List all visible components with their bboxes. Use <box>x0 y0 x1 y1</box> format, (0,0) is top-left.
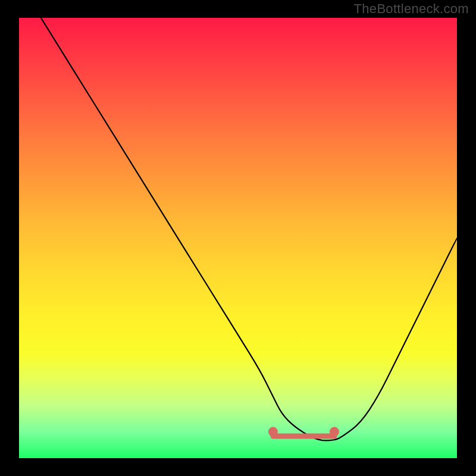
svg-point-1 <box>268 427 278 437</box>
optimal-zone <box>19 18 457 458</box>
plot-area <box>19 18 457 458</box>
svg-point-2 <box>330 427 339 437</box>
chart-container: TheBottleneck.com <box>0 0 476 476</box>
watermark-text: TheBottleneck.com <box>354 1 469 17</box>
